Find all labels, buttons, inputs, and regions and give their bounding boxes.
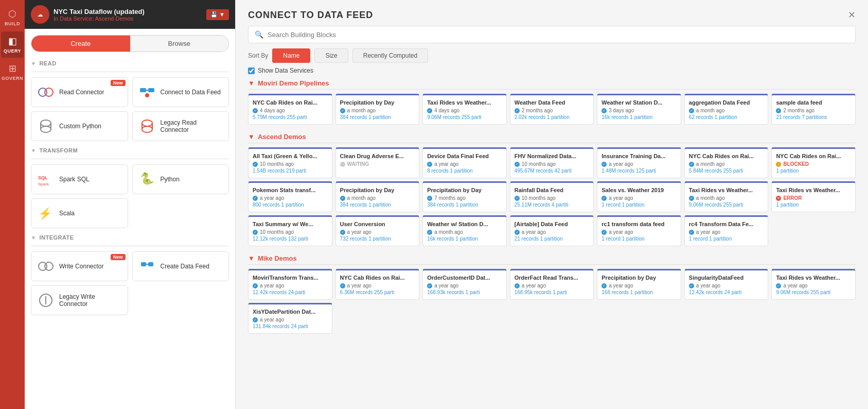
card-time-row: ✓ a year ago <box>776 283 851 288</box>
main-header: CONNECT TO DATA FEED ✕ <box>236 0 868 26</box>
card-title: FHV Normalized Data... <box>515 153 590 159</box>
card-time-row: ✓ a year ago <box>253 283 328 288</box>
card-title: MoviriTransform Trans... <box>253 275 328 281</box>
data-card[interactable]: NYC Cab Rides on Rai... ✓ a year ago 6.3… <box>335 269 420 300</box>
card-title: Insurance Training Da... <box>601 153 677 159</box>
ok-dot: ✓ <box>427 162 432 167</box>
data-card[interactable]: rc4 Transform Data Fe... ✓ a year ago 1 … <box>684 215 769 246</box>
card-title: Sales vs. Weather 2019 <box>601 187 677 193</box>
data-card[interactable]: Precipitation by Day ✓ a year ago 168 re… <box>597 269 681 300</box>
save-button[interactable]: 💾 ▼ <box>206 9 229 20</box>
sort-by-recently-computed[interactable]: Recently Computed <box>352 48 428 63</box>
item-connect-data-feed[interactable]: Connect to Data Feed <box>132 77 229 107</box>
search-input[interactable] <box>268 31 849 39</box>
data-card[interactable]: Pokemon Stats transf... ✓ a year ago 800… <box>248 181 332 212</box>
main-content: CONNECT TO DATA FEED ✕ 🔍 Sort By Name Si… <box>236 0 868 409</box>
item-write-connector[interactable]: Write Connector New <box>31 251 128 281</box>
data-card[interactable]: Taxi Rides vs Weather... ✓ a year ago 9.… <box>771 269 856 300</box>
app-subtitle: In Data Service: Ascend Demos <box>54 15 202 22</box>
data-card[interactable]: Taxi Rides vs Weather... ✕ ERROR 1 parti… <box>771 181 856 212</box>
item-legacy-write-connector[interactable]: Legacy Write Connector <box>31 285 128 315</box>
data-card[interactable]: Device Data Final Feed ✓ a year ago 8 re… <box>422 147 507 178</box>
card-time: a month ago <box>696 161 725 167</box>
data-card[interactable]: NYC Cab Rides on Rai... ✓ 4 days ago 5.7… <box>248 94 332 125</box>
ok-dot: ✓ <box>253 108 258 113</box>
data-card[interactable]: sample data feed ✓ 2 months ago 21 recor… <box>771 94 856 125</box>
pipeline-section-header: ▼ Moviri Demo Pipelines <box>248 79 856 90</box>
card-records: 168.95k records 1 parti <box>515 289 590 295</box>
show-services-checkbox[interactable] <box>248 67 255 74</box>
card-time-row: ✓ 4 days ago <box>253 108 328 113</box>
data-card[interactable]: OrderFact Read Trans... ✓ a year ago 168… <box>510 269 594 300</box>
card-time-row: ✓ a year ago <box>340 283 415 288</box>
data-card[interactable]: FHV Normalized Data... ✓ 10 months ago 4… <box>510 147 594 178</box>
item-scala[interactable]: ⚡ Scala <box>31 198 128 228</box>
data-card[interactable]: rc1 transform data feed ✓ a year ago 1 r… <box>597 215 681 246</box>
data-card[interactable]: Precipitation by Day ✓ a month ago 384 r… <box>335 94 420 125</box>
card-records: 1 partition <box>776 202 851 208</box>
data-card[interactable]: XisYDatePartition Dat... ✓ a year ago 13… <box>248 303 332 334</box>
write-connector-label: Write Connector <box>59 263 103 270</box>
data-card[interactable]: MoviriTransform Trans... ✓ a year ago 12… <box>248 269 332 300</box>
card-title: NYC Cab Rides on Rai... <box>340 275 415 281</box>
pipeline-section: ▼ Mike Demos MoviriTransform Trans... ✓ … <box>248 254 856 334</box>
item-python[interactable]: 🐍 Python <box>132 164 229 194</box>
data-card[interactable]: Taxi Summary w/ We... ✓ 10 months ago 12… <box>248 215 332 246</box>
data-card[interactable]: Precipitation by Day ✓ a month ago 384 r… <box>335 181 420 212</box>
item-create-data-feed[interactable]: Create Data Feed <box>132 251 229 281</box>
write-connector-icon <box>37 257 55 276</box>
data-card[interactable]: All Taxi (Green & Yello... ✓ 10 months a… <box>248 147 332 178</box>
data-card[interactable]: Sales vs. Weather 2019 ✓ a year ago 1 re… <box>597 181 681 212</box>
data-card[interactable]: Rainfall Data Feed ✓ 10 months ago 25.11… <box>510 181 594 212</box>
pipeline-section-header: ▼ Ascend Demos <box>248 133 856 143</box>
svg-text:🐍: 🐍 <box>140 172 154 185</box>
card-title: Precipitation by Day <box>340 99 415 106</box>
data-card[interactable]: Taxi Rides vs Weather... ✓ a month ago 9… <box>684 181 769 212</box>
close-button[interactable]: ✕ <box>848 9 856 21</box>
card-time: a month ago <box>434 229 463 235</box>
custom-python-icon <box>37 117 55 135</box>
read-connector-icon <box>37 83 55 101</box>
card-status-row: WAITING <box>340 161 415 167</box>
card-time-row: ✓ 7 months ago <box>427 195 502 201</box>
item-read-connector[interactable]: Read Connector New <box>31 77 128 107</box>
data-card[interactable]: NYC Cab Rides on Rai... ! BLOCKED 1 part… <box>771 147 856 178</box>
ok-dot: ✓ <box>253 317 258 322</box>
card-title: Taxi Rides vs Weather... <box>776 275 851 281</box>
data-card[interactable]: Precipitation by Day ✓ 7 months ago 384 … <box>422 181 507 212</box>
nav-item-build[interactable]: ⬡ BUILD <box>1 4 24 30</box>
data-card[interactable]: SingularityDataFeed ✓ a year ago 12.42k … <box>684 269 769 300</box>
data-card[interactable]: aggregation Data Feed ✓ a month ago 62 r… <box>684 94 769 125</box>
card-time: 3 days ago <box>609 108 634 113</box>
data-card[interactable]: Clean Drug Adverse E... WAITING <box>335 147 420 178</box>
item-legacy-read-connector[interactable]: Legacy Read Connector <box>132 111 229 141</box>
data-card[interactable]: Insurance Training Da... ✓ a year ago 1.… <box>597 147 681 178</box>
data-card[interactable]: Weather Data Feed ✓ 2 months ago 2.02k r… <box>510 94 594 125</box>
create-button[interactable]: Create <box>31 36 130 52</box>
data-card[interactable]: Weather w/ Station D... ✓ a month ago 16… <box>422 215 507 246</box>
ok-dot: ✓ <box>776 108 781 113</box>
data-card[interactable]: Weather w/ Station D... ✓ 3 days ago 16k… <box>597 94 681 125</box>
card-time: a year ago <box>696 229 720 235</box>
browse-button[interactable]: Browse <box>130 36 229 52</box>
cards-grid: MoviriTransform Trans... ✓ a year ago 12… <box>248 269 856 334</box>
card-time-row: ✓ a year ago <box>601 195 677 201</box>
nav-item-govern[interactable]: ⊞ GOVERN <box>1 59 24 85</box>
read-connector-badge: New <box>111 80 126 86</box>
item-spark-sql[interactable]: SQLSpark Spark SQL <box>31 164 128 194</box>
data-card[interactable]: NYC Cab Rides on Rai... ✓ a month ago 5.… <box>684 147 769 178</box>
card-title: Device Data Final Feed <box>427 153 502 159</box>
sort-label: Sort By <box>248 52 268 59</box>
ok-dot: ✓ <box>601 162 607 167</box>
nav-item-query[interactable]: ◧ QUERY <box>1 31 24 58</box>
data-card[interactable]: User Conversion ✓ a year ago 732 records… <box>335 215 420 246</box>
item-custom-python[interactable]: Custom Python <box>31 111 128 141</box>
ok-dot: ✓ <box>427 108 432 113</box>
data-card[interactable]: Taxi Rides vs Weather... ✓ 4 days ago 9.… <box>422 94 507 125</box>
data-card[interactable]: OrderCustomerID Dat... ✓ a year ago 168.… <box>422 269 507 300</box>
data-card[interactable]: [Airtable] Data Feed ✓ a year ago 21 rec… <box>510 215 594 246</box>
sort-by-name[interactable]: Name <box>272 48 310 63</box>
card-records: 12.42k records 24 parti <box>689 289 764 295</box>
sort-by-size[interactable]: Size <box>314 48 348 63</box>
card-records: 9.06M records 255 parti <box>427 114 502 120</box>
